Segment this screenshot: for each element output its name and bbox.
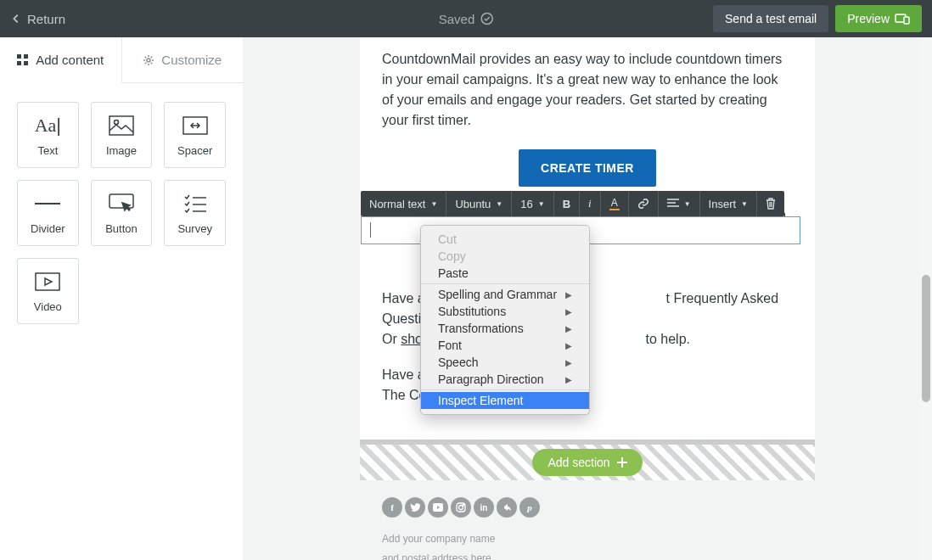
scrollbar-thumb[interactable] [922,275,930,402]
bold-icon: B [563,198,570,210]
return-label: Return [27,12,65,26]
svg-rect-4 [24,54,28,59]
intro-text: CountdownMail provides an easy way to in… [382,49,793,131]
caret-icon: ▼ [496,200,502,208]
image-label: Image [106,144,137,157]
plus-icon [617,457,627,468]
toolbar-font[interactable]: Ubuntu▼ [446,191,512,216]
caret-icon: ▼ [430,200,437,208]
content-grid: Aa| Text Image Spacer Divider Button [0,83,243,343]
toolbar-font-label: Ubuntu [455,198,491,210]
scrollbar-track[interactable] [920,37,932,560]
submenu-arrow-icon: ▶ [565,324,572,333]
button-label: Button [105,222,138,235]
saved-label: Saved [439,12,475,26]
help-text: to help. [646,332,690,346]
linkedin-icon[interactable]: in [474,497,494,518]
trash-icon [766,198,776,210]
content-item-video[interactable]: Video [17,258,79,324]
submenu-arrow-icon: ▶ [565,290,572,300]
sidebar: Add content Customize Aa| Text Image Spa… [0,37,243,560]
text-icon: Aa| [35,114,61,137]
content-item-image[interactable]: Image [91,102,153,168]
gear-icon [143,54,154,66]
create-timer-button[interactable]: CREATE TIMER [519,149,656,187]
svg-point-9 [114,120,118,124]
menu-spelling[interactable]: Spelling and Grammar▶ [421,286,589,303]
survey-icon [184,192,206,216]
menu-paste[interactable]: Paste [421,265,589,282]
menu-paragraph-direction[interactable]: Paragraph Direction▶ [421,371,589,388]
svg-rect-3 [17,54,21,59]
spacer-icon [182,114,208,137]
menu-inspect-element[interactable]: Inspect Element [421,392,589,409]
menu-speech[interactable]: Speech▶ [421,354,589,371]
instagram-icon[interactable] [451,497,471,518]
send-test-label: Send a test email [725,12,817,25]
svg-point-7 [147,59,150,62]
share-icon[interactable] [497,497,517,518]
caret-icon: ▼ [538,200,545,208]
spacer-label: Spacer [177,144,212,157]
text-color-icon: A [611,198,618,208]
toolbar-italic[interactable]: i [580,191,601,216]
add-section-button[interactable]: Add section [532,449,642,476]
menu-trans-label: Transformations [438,322,524,335]
menu-subs-label: Substitutions [438,305,506,318]
preview-button[interactable]: Preview [835,5,922,32]
button-icon [109,192,134,216]
menu-speech-label: Speech [438,356,478,369]
menu-copy: Copy [421,248,589,265]
grid-icon [17,54,29,66]
survey-label: Survey [177,222,211,235]
menu-paste-label: Paste [438,266,469,280]
content-item-survey[interactable]: Survey [164,180,226,246]
content-item-text[interactable]: Aa| Text [17,102,79,168]
menu-font[interactable]: Font▶ [421,337,589,354]
tab-customize[interactable]: Customize [122,37,244,82]
pinterest-icon[interactable]: p [519,497,540,518]
add-section-bar: Add section [360,440,815,480]
footer-company[interactable]: Add your company name [382,531,793,547]
toolbar-insert-label: Insert [709,198,737,210]
text-toolbar: Normal text▼ Ubuntu▼ 16▼ B i A ▼ Insert▼ [361,191,784,216]
video-icon [35,270,60,294]
toolbar-insert[interactable]: Insert▼ [700,191,757,216]
toolbar-style-label: Normal text [369,198,425,210]
check-circle-icon [480,12,493,25]
svg-point-22 [463,504,463,505]
video-label: Video [34,300,62,313]
toolbar-bold[interactable]: B [554,191,580,216]
content-item-spacer[interactable]: Spacer [164,102,226,168]
svg-rect-16 [36,273,59,290]
youtube-icon[interactable] [428,497,448,518]
toolbar-link[interactable] [629,191,659,216]
menu-spelling-label: Spelling and Grammar [438,288,557,301]
toolbar-style[interactable]: Normal text▼ [361,191,446,216]
tab-add-label: Add content [36,53,104,67]
footer-address[interactable]: and postal address here [382,551,793,560]
menu-transformations[interactable]: Transformations▶ [421,320,589,337]
add-section-label: Add section [547,456,609,469]
caret-icon: ▼ [741,200,748,208]
arrow-left-icon [10,13,22,25]
toolbar-delete[interactable] [757,191,784,216]
tab-add-content[interactable]: Add content [0,37,122,83]
toolbar-color[interactable]: A [601,191,629,216]
menu-substitutions[interactable]: Substitutions▶ [421,303,589,320]
twitter-icon[interactable] [405,497,425,518]
send-test-email-button[interactable]: Send a test email [713,5,828,32]
svg-rect-5 [17,61,21,65]
return-button[interactable]: Return [10,12,65,26]
toolbar-size[interactable]: 16▼ [512,191,553,216]
link-icon [637,198,649,210]
submenu-arrow-icon: ▶ [565,358,572,367]
svg-rect-6 [24,61,28,65]
content-item-divider[interactable]: Divider [17,180,79,246]
image-icon [109,114,134,137]
saved-status: Saved [439,12,494,26]
toolbar-align[interactable]: ▼ [659,191,700,216]
content-item-button[interactable]: Button [91,180,153,246]
facebook-icon[interactable]: f [382,497,402,518]
svg-rect-2 [904,17,909,24]
